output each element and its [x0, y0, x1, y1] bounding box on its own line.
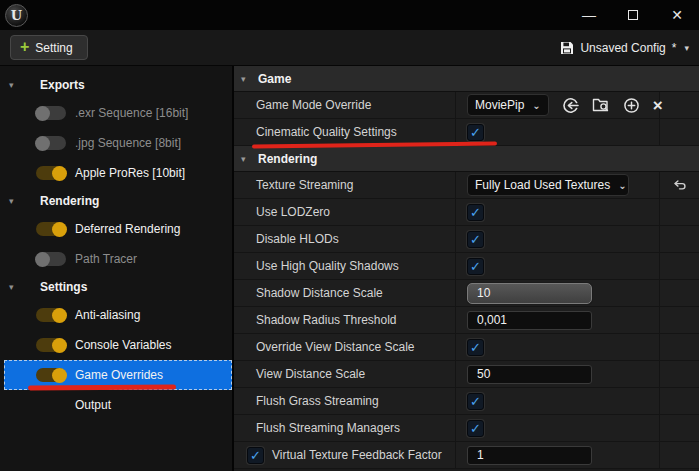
sidebar-item-label: .exr Sequence [16bit] — [75, 106, 188, 120]
dropdown-texture-streaming[interactable]: Fully Load Used Textures⌄ — [467, 174, 629, 196]
unreal-engine-logo-icon: U — [5, 4, 28, 27]
property-label: Flush Grass Streaming — [256, 394, 379, 408]
checkbox-use-high-quality-shadows[interactable]: ✓ — [467, 258, 484, 275]
checkbox-use-lodzero[interactable]: ✓ — [467, 204, 484, 221]
toggle-switch[interactable] — [36, 222, 66, 236]
toggle-switch[interactable] — [36, 106, 66, 120]
maximize-icon — [628, 10, 638, 20]
sidebar-section-label: Settings — [40, 280, 87, 294]
use-selected-asset-icon[interactable] — [562, 97, 579, 114]
toolbar: + Setting Unsaved Config * ▾ — [0, 30, 699, 66]
chevron-down-icon: ▾ — [684, 43, 689, 53]
property-label: Use High Quality Shadows — [256, 259, 399, 273]
property-label-cell: Texture Streaming — [234, 172, 456, 198]
sidebar-section-label: Exports — [40, 78, 85, 92]
checkbox-flush-grass-streaming[interactable]: ✓ — [467, 393, 484, 410]
sidebar-item-apple-prores-10bit[interactable]: Apple ProRes [10bit] — [0, 158, 232, 188]
chevron-down-icon: ▾ — [9, 282, 23, 292]
category-header-rendering[interactable]: ▾Rendering — [234, 146, 699, 172]
property-label: Disable HLODs — [256, 232, 339, 246]
sidebar-section-settings[interactable]: ▾Settings — [0, 274, 232, 300]
property-value-cell — [456, 361, 660, 387]
maximize-button[interactable] — [611, 0, 655, 30]
property-value-cell: ✓ — [456, 253, 660, 279]
checkbox-disable-hlods[interactable]: ✓ — [467, 231, 484, 248]
unsaved-asterisk: * — [672, 41, 677, 55]
details-panel: ▾GameGame Mode OverrideMoviePip⌄×Cinemat… — [234, 66, 699, 471]
checkbox-override-view-distance-scale[interactable]: ✓ — [467, 339, 484, 356]
toggle-knob — [35, 106, 50, 121]
sidebar-item-jpg-sequence-8bit[interactable]: .jpg Sequence [8bit] — [0, 128, 232, 158]
reset-to-default-icon[interactable] — [672, 178, 687, 192]
browse-to-asset-icon[interactable] — [592, 97, 610, 113]
chevron-down-icon: ⌄ — [532, 100, 540, 111]
property-label-cell: Override View Distance Scale — [234, 334, 456, 360]
property-enable-checkbox[interactable]: ✓ — [247, 447, 264, 464]
sidebar-item-anti-aliasing[interactable]: Anti-aliasing — [0, 300, 232, 330]
input-virtual-texture-feedback-factor[interactable] — [467, 446, 592, 465]
property-value-cell: ✓ — [456, 199, 660, 225]
sidebar-item-label: Path Tracer — [75, 252, 137, 266]
add-asset-icon[interactable] — [623, 97, 640, 114]
checkbox-cinematic-quality-settings[interactable]: ✓ — [467, 124, 484, 141]
toggle-knob — [52, 308, 67, 323]
toggle-switch[interactable] — [36, 136, 66, 150]
reset-cell — [660, 226, 699, 252]
sidebar-section-label: Rendering — [40, 194, 99, 208]
category-header-game[interactable]: ▾Game — [234, 66, 699, 92]
reset-cell — [660, 307, 699, 333]
property-label-cell: View Distance Scale — [234, 361, 456, 387]
property-row-texture-streaming: Texture StreamingFully Load Used Texture… — [234, 172, 699, 199]
property-value-cell — [456, 442, 660, 468]
toggle-switch[interactable] — [36, 308, 66, 322]
checkbox-flush-streaming-managers[interactable]: ✓ — [467, 420, 484, 437]
sidebar-item-console-variables[interactable]: Console Variables — [0, 330, 232, 360]
property-value-cell: ✓ — [456, 226, 660, 252]
toggle-switch[interactable] — [36, 252, 66, 266]
property-label: Texture Streaming — [256, 178, 353, 192]
sidebar-item-path-tracer[interactable]: Path Tracer — [0, 244, 232, 274]
chevron-down-icon: ▾ — [9, 196, 23, 206]
sidebar-item-label: Game Overrides — [75, 368, 163, 382]
property-label: Cinematic Quality Settings — [256, 125, 397, 139]
property-label-cell: Flush Streaming Managers — [234, 415, 456, 441]
property-label-cell: Cinematic Quality Settings — [234, 119, 456, 145]
movie-render-queue-settings-window: U — ✕ + Setting Unsaved Config * ▾ ▾Expo… — [0, 0, 699, 471]
reset-cell — [660, 119, 699, 145]
property-label: View Distance Scale — [256, 367, 365, 381]
sidebar-item-deferred-rendering[interactable]: Deferred Rendering — [0, 214, 232, 244]
config-preset-menu[interactable]: Unsaved Config * ▾ — [560, 41, 689, 55]
add-setting-button[interactable]: + Setting — [10, 35, 88, 60]
property-label: Shadow Distance Scale — [256, 286, 383, 300]
reset-cell — [660, 199, 699, 225]
chevron-down-icon: ▾ — [241, 154, 255, 164]
property-label: Game Mode Override — [256, 98, 371, 112]
sidebar-item-exr-sequence-16bit[interactable]: .exr Sequence [16bit] — [0, 98, 232, 128]
input-shadow-distance-scale[interactable] — [467, 283, 592, 304]
toggle-switch[interactable] — [36, 338, 66, 352]
asset-dropdown[interactable]: MoviePip⌄ — [467, 94, 549, 116]
toggle-switch[interactable] — [36, 368, 66, 382]
sidebar-item-label: Deferred Rendering — [75, 222, 180, 236]
property-row-flush-grass-streaming: Flush Grass Streaming✓ — [234, 388, 699, 415]
sidebar-section-exports[interactable]: ▾Exports — [0, 72, 232, 98]
sidebar-section-rendering[interactable]: ▾Rendering — [0, 188, 232, 214]
category-label: Rendering — [258, 152, 317, 166]
toggle-knob — [52, 338, 67, 353]
toggle-switch[interactable] — [36, 166, 66, 180]
reset-cell — [660, 442, 699, 468]
close-button[interactable]: ✕ — [655, 0, 699, 30]
input-shadow-radius-threshold[interactable] — [467, 311, 592, 330]
property-row-disable-hlods: Disable HLODs✓ — [234, 226, 699, 253]
property-label: Shadow Radius Threshold — [256, 313, 397, 327]
property-value-cell — [456, 307, 660, 333]
minimize-button[interactable]: — — [567, 0, 611, 30]
sidebar-item-game-overrides[interactable]: Game Overrides — [4, 360, 232, 390]
sidebar-item-label: .jpg Sequence [8bit] — [75, 136, 181, 150]
config-name-label: Unsaved Config — [580, 41, 665, 55]
input-view-distance-scale[interactable] — [467, 365, 592, 384]
property-label-cell: Disable HLODs — [234, 226, 456, 252]
category-label: Game — [258, 72, 291, 86]
sidebar-item-output[interactable]: Output — [0, 390, 232, 420]
property-row-virtual-texture-feedback-factor: ✓Virtual Texture Feedback Factor — [234, 442, 699, 469]
